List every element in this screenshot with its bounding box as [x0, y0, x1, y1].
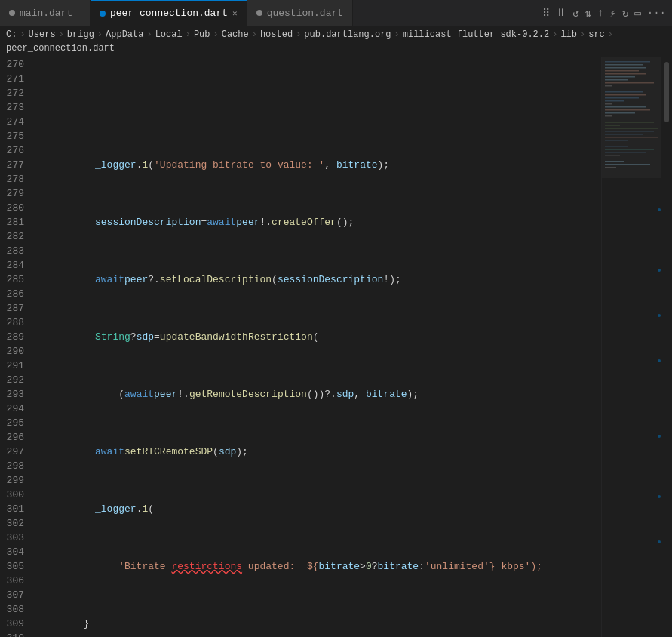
breadcrumb-item[interactable]: brigg	[67, 29, 94, 40]
svg-rect-34	[658, 269, 661, 272]
breadcrumb-item[interactable]: lib	[560, 29, 577, 40]
up-icon[interactable]: ↑	[597, 7, 603, 19]
code-line-274: String? sdp = updateBandwidthRestriction…	[36, 330, 601, 344]
lightning-icon[interactable]: ⚡	[609, 7, 615, 20]
tab-label: main.dart	[20, 8, 72, 19]
breadcrumb-item[interactable]: pub.dartlang.org	[304, 29, 391, 40]
pause-icon[interactable]: ⏸	[556, 7, 566, 19]
split-editor-icon[interactable]: ⠿	[542, 7, 550, 20]
svg-rect-35	[658, 314, 661, 317]
code-line-271: _logger.i('Updating bitrate to value: ',…	[36, 158, 601, 172]
code-line-275: (await peer!.getRemoteDescription())?.sd…	[36, 387, 601, 402]
tab-icon	[100, 11, 106, 17]
minimap-content	[602, 57, 661, 637]
tab-bar: main.dart peer_connection.dart ✕ questio…	[0, 0, 672, 26]
svg-rect-32	[602, 57, 661, 178]
code-line-278: 'Bitrate restirctions updated: ${bitrate…	[36, 559, 601, 574]
code-line-279: }	[36, 617, 601, 631]
tab-question[interactable]: question.dart	[247, 0, 353, 26]
breadcrumb-item[interactable]: Users	[29, 29, 56, 40]
scrollbar[interactable]	[661, 57, 672, 637]
code-line-272: sessionDescription = await peer!.createO…	[36, 215, 601, 229]
close-icon[interactable]: ✕	[232, 8, 238, 18]
sync-icon[interactable]: ⇅	[585, 7, 591, 20]
tab-icon	[9, 10, 15, 16]
svg-rect-33	[658, 208, 661, 211]
editor-container: 270271272273274 275276277278279 28028128…	[0, 57, 672, 637]
layout-icon[interactable]: ▭	[634, 7, 640, 20]
breadcrumb-item[interactable]: hosted	[260, 29, 293, 40]
svg-rect-38	[658, 495, 661, 498]
breadcrumb-current: peer_connection.dart	[6, 43, 115, 54]
breadcrumb-item[interactable]: src	[588, 29, 605, 40]
code-line-276: await setRTCRemoteSDP(sdp);	[36, 445, 601, 459]
line-numbers: 270271272273274 275276277278279 28028128…	[0, 57, 33, 637]
svg-rect-36	[658, 359, 661, 362]
breadcrumb-item[interactable]: Cache	[222, 29, 249, 40]
tab-label: peer_connection.dart	[110, 8, 228, 19]
breadcrumb-item[interactable]: Local	[155, 29, 183, 40]
breadcrumb: C: › Users › brigg › AppData › Local › P…	[0, 26, 672, 57]
breadcrumb-item[interactable]: millicast_flutter_sdk-0.2.2	[403, 29, 549, 40]
tab-icon	[256, 10, 262, 16]
tab-label: question.dart	[267, 8, 343, 19]
reload-icon[interactable]: ↻	[622, 7, 628, 20]
code-editor[interactable]: _logger.i('Updating bitrate to value: ',…	[33, 57, 601, 637]
breadcrumb-item[interactable]: AppData	[106, 29, 143, 40]
toolbar: ⠿ ⏸ ↺ ⇅ ↑ ⚡ ↻ ▭ ···	[542, 7, 672, 20]
refresh-icon[interactable]: ↺	[572, 7, 578, 20]
scrollbar-thumb[interactable]	[664, 62, 669, 122]
minimap	[601, 57, 661, 637]
code-line-277: _logger.i(	[36, 502, 601, 516]
tab-main[interactable]: main.dart	[0, 0, 91, 26]
code-line-273: await peer?.setLocalDescription(sessionD…	[36, 272, 601, 287]
breadcrumb-item[interactable]: C:	[6, 29, 17, 40]
code-line-270	[36, 100, 601, 115]
svg-rect-39	[658, 540, 661, 543]
tab-peer-connection[interactable]: peer_connection.dart ✕	[91, 0, 247, 26]
svg-rect-37	[658, 435, 661, 438]
more-icon[interactable]: ···	[647, 7, 666, 19]
breadcrumb-item[interactable]: Pub	[194, 29, 210, 40]
